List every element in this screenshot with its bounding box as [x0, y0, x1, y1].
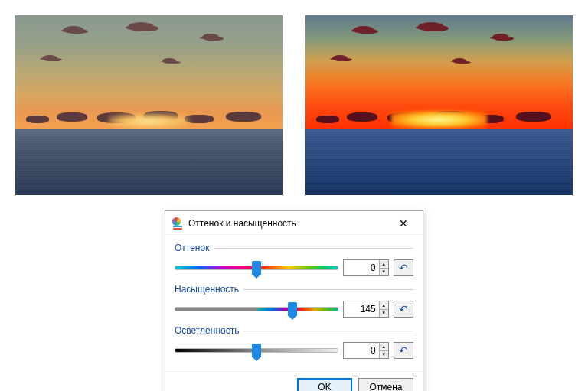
hue-saturation-icon	[172, 217, 184, 230]
lightness-group: Осветленность ▲ ▼ ↶	[175, 325, 413, 359]
undo-icon: ↶	[399, 344, 408, 357]
chevron-up-icon: ▲	[381, 344, 386, 349]
lightness-spin-down[interactable]: ▼	[380, 351, 388, 359]
dialog-title: Оттенок и насыщенность	[188, 218, 390, 229]
ok-button-label: OK	[318, 382, 331, 392]
dialog-titlebar[interactable]: Оттенок и насыщенность ✕	[165, 211, 423, 236]
saturation-spin-up[interactable]: ▲	[380, 301, 388, 310]
cancel-button[interactable]: Отмена	[358, 378, 413, 391]
undo-icon: ↶	[399, 303, 408, 315]
saturation-slider-thumb[interactable]	[288, 302, 297, 316]
chevron-down-icon: ▼	[381, 311, 386, 315]
hue-saturation-dialog: Оттенок и насыщенность ✕ Оттенок ▲	[165, 210, 423, 391]
hue-input[interactable]	[344, 260, 379, 275]
hue-spin-up[interactable]: ▲	[380, 260, 388, 269]
saturation-input[interactable]	[344, 301, 379, 317]
saturation-spin-down[interactable]: ▼	[380, 310, 388, 318]
lightness-spinner[interactable]: ▲ ▼	[343, 342, 389, 359]
chevron-down-icon: ▼	[381, 269, 386, 274]
lightness-label: Осветленность	[175, 325, 239, 336]
ok-button[interactable]: OK	[297, 378, 352, 391]
hue-spin-down[interactable]: ▼	[380, 269, 388, 276]
cancel-button-label: Отмена	[369, 382, 402, 392]
chevron-down-icon: ▼	[381, 352, 386, 357]
lightness-slider[interactable]	[175, 344, 338, 357]
saturation-slider[interactable]	[175, 302, 338, 316]
hue-spinner[interactable]: ▲ ▼	[343, 259, 389, 276]
saturation-reset-button[interactable]: ↶	[394, 301, 413, 318]
chevron-up-icon: ▲	[381, 303, 386, 308]
saturation-label: Насыщенность	[175, 284, 239, 295]
close-button[interactable]: ✕	[390, 216, 416, 231]
dialog-footer: OK Отмена	[165, 370, 423, 391]
undo-icon: ↶	[399, 262, 408, 274]
preview-images-row	[15, 15, 573, 195]
lightness-slider-thumb[interactable]	[252, 344, 261, 357]
preview-image-adjusted	[305, 15, 573, 195]
close-icon: ✕	[399, 217, 408, 230]
hue-reset-button[interactable]: ↶	[394, 259, 413, 276]
lightness-reset-button[interactable]: ↶	[394, 342, 413, 359]
preview-image-original	[15, 15, 283, 195]
saturation-spinner[interactable]: ▲ ▼	[343, 301, 389, 318]
hue-slider-thumb[interactable]	[252, 261, 261, 275]
lightness-input[interactable]	[344, 343, 379, 358]
lightness-spin-up[interactable]: ▲	[380, 343, 388, 351]
hue-slider[interactable]	[175, 261, 338, 275]
hue-label: Оттенок	[175, 243, 209, 253]
hue-group: Оттенок ▲ ▼ ↶	[175, 243, 413, 276]
chevron-up-icon: ▲	[381, 262, 386, 266]
saturation-group: Насыщенность ▲ ▼ ↶	[175, 284, 413, 318]
